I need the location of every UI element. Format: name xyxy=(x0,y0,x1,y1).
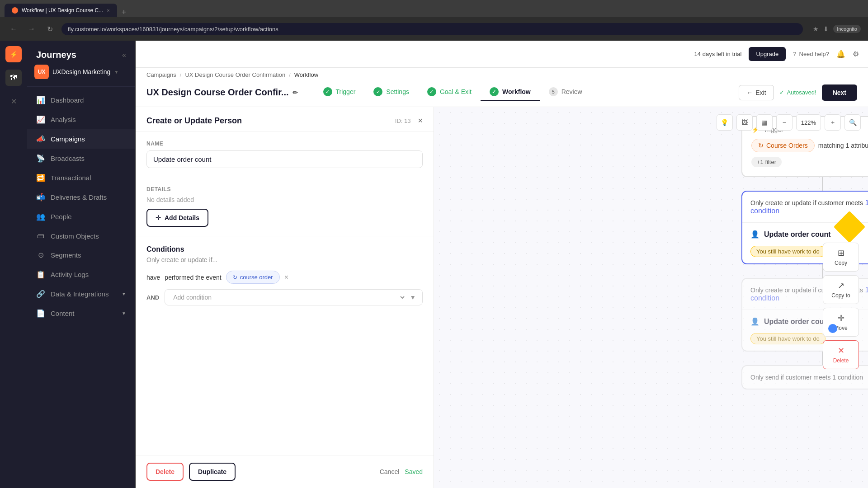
duplicate-button[interactable]: Duplicate xyxy=(189,463,236,481)
zoom-display: 122% xyxy=(796,114,821,131)
bookmark-button[interactable]: ★ xyxy=(813,25,819,33)
step-goal-exit[interactable]: ✓ Goal & Exit xyxy=(418,84,481,101)
back-button[interactable]: ← xyxy=(7,25,20,33)
breadcrumb-sep2: / xyxy=(289,71,291,78)
sidebar-label-data-integrations: Data & Integrations xyxy=(51,290,108,298)
upgrade-button[interactable]: Upgrade xyxy=(749,47,786,61)
sidebar-collapse-button[interactable]: « xyxy=(122,51,126,59)
sidebar-item-transactional[interactable]: 🔁 Transactional xyxy=(27,168,135,188)
trigger-filter-badge[interactable]: +1 filter xyxy=(751,152,868,167)
canvas-zoom-out-button[interactable]: − xyxy=(776,114,793,131)
workflow-name: UX Design Course Order Confir... ✏ xyxy=(146,87,298,98)
node1-condition-text: Only create or update if customer meets xyxy=(750,199,863,206)
sidebar-item-segments[interactable]: ⊙ Segments xyxy=(27,245,135,265)
step-settings[interactable]: ✓ Settings xyxy=(364,84,418,101)
sidebar-label-custom-objects: Custom Objects xyxy=(51,232,99,240)
content-icon: 📄 xyxy=(36,309,45,318)
delete-button[interactable]: Delete xyxy=(146,463,184,481)
sidebar-item-dashboard[interactable]: 📊 Dashboard xyxy=(27,90,135,110)
sidebar-item-campaigns[interactable]: 📣 Campaigns xyxy=(27,129,135,149)
breadcrumb-campaigns[interactable]: Campaigns xyxy=(146,71,176,78)
add-details-button[interactable]: ✛ Add Details xyxy=(146,209,208,227)
settings-button[interactable]: ⚙ xyxy=(853,50,859,58)
workflow-canvas[interactable]: 💡 🖼 ▦ − 122% + 🔍 ⚡ Trigger xyxy=(434,107,868,488)
trigger-course-pill[interactable]: ↻ Course Orders xyxy=(751,139,815,152)
sidebar-label-dashboard: Dashboard xyxy=(51,96,84,104)
step-workflow-check: ✓ xyxy=(490,87,499,96)
sidebar-item-data-integrations[interactable]: 🔗 Data & Integrations ▼ xyxy=(27,284,135,304)
app: ⚡ 🗺 ✕ Journeys « UX UXDesign Marketing ▼… xyxy=(0,41,868,488)
blue-dot-indicator xyxy=(828,324,837,333)
cancel-button[interactable]: Cancel xyxy=(380,468,400,475)
forward-button[interactable]: → xyxy=(25,25,38,33)
nav-actions: ← Exit ✓ Autosaved! Next xyxy=(739,84,857,101)
panel-header: Create or Update Person ID: 13 × xyxy=(136,107,434,131)
node1-badge: You still have work to do xyxy=(750,246,826,257)
exit-button[interactable]: ← Exit xyxy=(739,85,774,100)
people-icon: 👥 xyxy=(36,212,45,221)
help-icon: ? xyxy=(793,51,796,57)
trigger-course-text: Course Orders xyxy=(766,142,808,149)
url-bar[interactable] xyxy=(61,23,803,35)
tab-close-button[interactable]: × xyxy=(107,8,109,13)
copy-to-button[interactable]: ↗ Copy to xyxy=(823,275,859,304)
add-details-label: Add Details xyxy=(165,214,199,221)
sidebar-item-deliveries[interactable]: 📬 Deliveries & Drafts xyxy=(27,188,135,207)
active-tab[interactable]: Workflow | UX Design Course C... × xyxy=(5,4,117,17)
breadcrumb-sep1: / xyxy=(180,71,182,78)
add-condition-select[interactable]: Add condition xyxy=(171,293,406,301)
refresh-button[interactable]: ↻ xyxy=(43,25,56,33)
brand-dropdown-icon: ▼ xyxy=(114,70,118,75)
broadcasts-icon: 📡 xyxy=(36,154,45,163)
move-icon: ✛ xyxy=(838,313,844,323)
canvas-search-button[interactable]: 🔍 xyxy=(844,114,861,131)
breadcrumb-campaign-name[interactable]: UX Design Course Order Confirmation xyxy=(185,71,285,78)
node3-condition-text: Only send if customer meets 1 condition xyxy=(750,374,863,381)
sidebar-item-custom-objects[interactable]: 🗃 Custom Objects xyxy=(27,226,135,245)
breadcrumb-workflow: Workflow xyxy=(294,71,318,78)
step-workflow-label: Workflow xyxy=(502,88,531,95)
new-tab-button[interactable]: + xyxy=(118,8,130,17)
name-input[interactable] xyxy=(146,150,423,168)
copy-label: Copy xyxy=(835,260,847,266)
add-condition-dropdown[interactable]: Add condition ▼ xyxy=(165,289,423,305)
sidebar-label-deliveries: Deliveries & Drafts xyxy=(51,193,107,201)
custom-objects-icon: 🗃 xyxy=(36,232,45,240)
main-content: 14 days left in trial Upgrade ? Need hel… xyxy=(136,41,868,488)
sidebar-item-activity-logs[interactable]: 📋 Activity Logs xyxy=(27,265,135,284)
condition-remove-button[interactable]: × xyxy=(284,273,288,282)
brand-section[interactable]: UX UXDesign Marketing ▼ xyxy=(27,65,135,87)
sidebar-label-content: Content xyxy=(51,310,75,317)
trigger-content: ↻ Course Orders matching 1 attribute xyxy=(751,139,868,152)
canvas-zoom-in-button[interactable]: + xyxy=(825,114,841,131)
step-review-num: 5 xyxy=(549,87,558,96)
step-trigger[interactable]: ✓ Trigger xyxy=(314,84,365,101)
workflow-edit-icon[interactable]: ✏ xyxy=(292,89,298,96)
canvas-tool-bulb[interactable]: 💡 xyxy=(717,114,733,131)
step-review[interactable]: 5 Review xyxy=(540,84,591,101)
panel-close-button[interactable]: × xyxy=(418,116,423,126)
copy-button[interactable]: ⊞ Copy xyxy=(823,243,859,272)
download-button[interactable]: ⬇ xyxy=(823,25,829,33)
help-button[interactable]: ? Need help? xyxy=(793,51,829,57)
sidebar-item-analysis[interactable]: 📈 Analysis xyxy=(27,110,135,129)
sidebar-title: Journeys xyxy=(36,50,76,60)
move-button[interactable]: ✛ Move xyxy=(823,308,859,337)
step-settings-check: ✓ xyxy=(373,87,382,96)
next-button[interactable]: Next xyxy=(822,84,857,101)
event-pill[interactable]: ↻ course order xyxy=(226,271,280,284)
notification-button[interactable]: 🔔 xyxy=(836,50,845,58)
sidebar-label-activity-logs: Activity Logs xyxy=(51,271,89,278)
rail-close-icon[interactable]: ✕ xyxy=(5,93,22,109)
sidebar-item-content[interactable]: 📄 Content ▼ xyxy=(27,304,135,323)
sidebar-item-people[interactable]: 👥 People xyxy=(27,207,135,226)
delete-action-button[interactable]: ✕ Delete xyxy=(823,340,859,369)
autosaved-indicator: ✓ Autosaved! xyxy=(779,89,816,96)
canvas-tool-layout[interactable]: ▦ xyxy=(756,114,773,131)
rail-journeys-icon[interactable]: 🗺 xyxy=(5,70,22,86)
details-field-group: DETAILS No details added ✛ Add Details xyxy=(136,177,434,236)
sidebar-item-broadcasts[interactable]: 📡 Broadcasts xyxy=(27,149,135,168)
node1-person-icon: 👤 xyxy=(750,230,760,239)
step-workflow[interactable]: ✓ Workflow xyxy=(481,84,540,101)
canvas-tool-image[interactable]: 🖼 xyxy=(736,114,753,131)
